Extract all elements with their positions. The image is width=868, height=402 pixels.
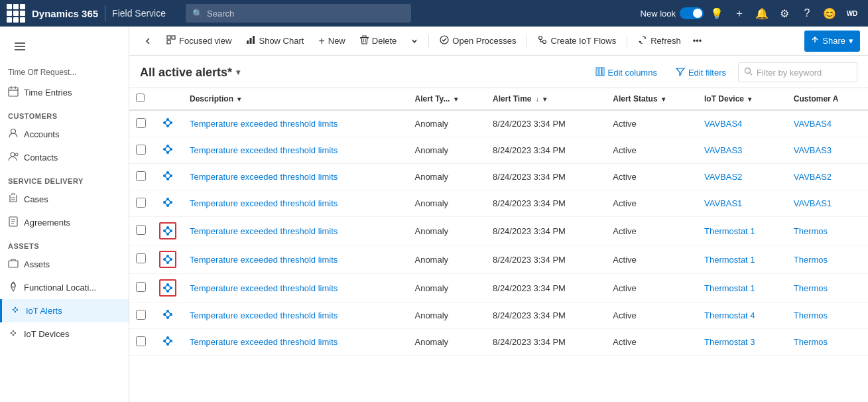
new-look-toggle[interactable] [680,7,704,19]
edit-columns-button[interactable]: Edit columns [589,64,664,82]
sidebar-item-contacts[interactable]: Contacts [0,146,129,169]
row-checkbox[interactable] [136,282,146,292]
sidebar-item-iot-alerts[interactable]: IoT Alerts [0,299,129,322]
alert-description-link[interactable]: Temperature exceeded threshold limits [190,145,338,155]
user-icon[interactable]: 😊 [820,4,839,23]
apps-grid-icon[interactable] [7,4,25,23]
more-options-button[interactable]: ••• [689,31,706,52]
row-checkbox[interactable] [136,118,146,128]
customer-asset-link[interactable]: VAVBAS2 [794,172,832,182]
refresh-label: Refresh [651,36,681,46]
view-title-caret-icon[interactable]: ▾ [236,68,240,77]
row-checkbox[interactable] [136,336,146,346]
svg-line-84 [168,202,171,206]
sidebar-item-cases[interactable]: Cases [0,188,129,211]
help-icon[interactable]: ? [798,4,816,23]
alert-description-link[interactable]: Temperature exceeded threshold limits [190,119,338,129]
iot-device-link[interactable]: Thermostat 1 [704,226,755,236]
sidebar-item-iot-devices[interactable]: IoT Devices [0,322,129,346]
customer-asset-link[interactable]: Thermos [794,283,828,293]
alert-description-link[interactable]: Temperature exceeded threshold limits [190,310,338,320]
svg-rect-1 [15,46,25,47]
open-processes-button[interactable]: Open Processes [433,31,523,52]
alert-time-cell: 8/24/2023 3:34 PM [486,137,606,164]
alert-description-link[interactable]: Temperature exceeded threshold limits [190,198,338,208]
sidebar-item-accounts[interactable]: Accounts [0,123,129,146]
lightbulb-icon[interactable]: 💡 [708,4,726,23]
sidebar-item-label: Cases [24,194,48,204]
select-all-checkbox[interactable] [136,94,145,102]
alert-type-cell: Anomaly [408,302,486,329]
keyword-filter-input[interactable] [757,68,843,78]
row-checkbox[interactable] [136,253,146,263]
alert-description-link[interactable]: Temperature exceeded threshold limits [190,255,338,265]
back-button[interactable] [137,31,158,52]
sidebar-item-assets[interactable]: Assets [0,253,129,276]
row-checkbox[interactable] [136,171,146,181]
dropdown-button[interactable] [404,31,424,52]
search-bar[interactable]: 🔍 [186,4,411,23]
show-chart-button[interactable]: Show Chart [239,31,310,52]
bell-icon[interactable]: 🔔 [753,4,771,23]
iot-device-link[interactable]: Thermostat 4 [704,310,755,320]
sort-indicator: ↓ [536,96,539,103]
row-checkbox[interactable] [136,145,146,155]
sidebar-item-time-off[interactable]: Time Off Request... [0,64,129,81]
row-checkbox[interactable] [136,310,146,320]
customer-asset-link[interactable]: Thermos [794,255,828,265]
focused-view-button[interactable]: Focused view [160,31,238,52]
col-alert-status[interactable]: Alert Status ▾ [606,88,698,110]
svg-rect-39 [253,36,255,44]
iot-device-link[interactable]: VAVBAS2 [704,172,742,182]
new-button[interactable]: + New [312,31,351,52]
svg-line-108 [168,288,171,291]
col-customer-asset[interactable]: Customer A [787,88,868,110]
customer-asset-link[interactable]: Thermos [794,226,828,236]
share-button[interactable]: Share ▾ [804,31,860,52]
sidebar-item-functional-locations[interactable]: Functional Locati... [0,276,129,299]
search-input[interactable] [207,9,404,19]
create-iot-flows-button[interactable]: Create IoT Flows [531,31,623,52]
customer-asset-link[interactable]: VAVBAS1 [794,198,832,208]
alert-time-cell: 8/24/2023 3:34 PM [486,329,606,356]
brand-avatar[interactable]: WD [843,4,861,23]
plus-icon[interactable]: ＋ [730,4,749,23]
alert-description-link[interactable]: Temperature exceeded threshold limits [190,283,338,293]
iot-device-link[interactable]: VAVBAS3 [704,145,742,155]
col-alert-type[interactable]: Alert Ty... ▾ [408,88,486,110]
alert-description-link[interactable]: Temperature exceeded threshold limits [190,337,338,347]
sidebar-menu-icon[interactable] [11,37,29,56]
select-all-col[interactable] [129,88,153,110]
sidebar-item-label: Agreements [24,218,70,228]
assets-icon [8,258,19,271]
refresh-button[interactable]: Refresh [631,31,688,52]
alert-description-link[interactable]: Temperature exceeded threshold limits [190,226,338,236]
customer-asset-link[interactable]: Thermos [794,310,828,320]
svg-line-115 [168,311,171,314]
iot-device-link[interactable]: Thermostat 3 [704,337,755,347]
keyword-filter[interactable] [738,62,857,82]
iot-device-link[interactable]: VAVBAS4 [704,119,742,129]
col-alert-time[interactable]: Alert Time ↓ ▾ [486,88,606,110]
sidebar-item-time-entries[interactable]: Time Entries [0,81,129,104]
customer-asset-link[interactable]: VAVBAS3 [794,145,832,155]
delete-button[interactable]: Delete [353,31,404,52]
sidebar-item-label: Accounts [24,129,59,139]
alert-time-cell: 8/24/2023 3:34 PM [486,164,606,190]
svg-line-82 [164,199,168,202]
alert-description-link[interactable]: Temperature exceeded threshold limits [190,172,338,182]
view-title-text: All active alerts* [140,66,232,80]
col-description[interactable]: Description ▾ [183,88,408,110]
edit-filters-button[interactable]: Edit filters [669,64,733,82]
row-checkbox[interactable] [136,198,146,208]
iot-device-link[interactable]: Thermostat 1 [704,283,755,293]
iot-device-link[interactable]: Thermostat 1 [704,255,755,265]
settings-icon[interactable]: ⚙ [775,4,794,23]
view-title: All active alerts* ▾ [140,66,240,80]
iot-device-link[interactable]: VAVBAS1 [704,198,742,208]
customer-asset-link[interactable]: Thermos [794,337,828,347]
customer-asset-link[interactable]: VAVBAS4 [794,119,832,129]
sidebar-item-agreements[interactable]: Agreements [0,211,129,234]
row-checkbox[interactable] [136,225,146,235]
col-iot-device[interactable]: IoT Device ▾ [698,88,787,110]
